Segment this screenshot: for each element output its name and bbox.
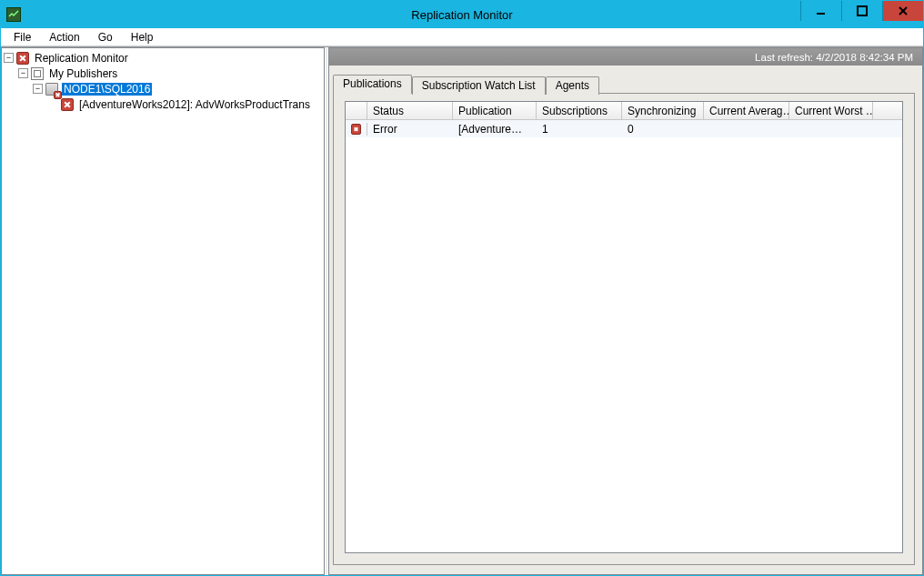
- content-wrap: Publications Subscription Watch List Age…: [328, 66, 923, 575]
- refresh-bar: Last refresh: 4/2/2018 8:42:34 PM: [328, 47, 923, 66]
- grid-row-error-icon: [346, 123, 367, 136]
- grid-header-synchronizing[interactable]: Synchronizing: [622, 102, 704, 119]
- menu-help[interactable]: Help: [124, 30, 161, 45]
- window-title: Replication Monitor: [1, 8, 923, 22]
- cell-synchronizing: 0: [622, 122, 704, 136]
- publication-error-icon: [60, 97, 75, 112]
- server-error-icon: [45, 82, 59, 96]
- tree: − Replication Monitor − My Publishers −: [2, 48, 324, 114]
- last-refresh-label: Last refresh: 4/2/2018 8:42:34 PM: [755, 52, 913, 63]
- menu-file[interactable]: File: [6, 30, 38, 45]
- expander-icon[interactable]: −: [4, 53, 14, 63]
- minimize-button[interactable]: [800, 1, 841, 21]
- cell-subscriptions: 1: [537, 122, 622, 136]
- tab-strip: Publications Subscription Watch List Age…: [333, 73, 915, 93]
- grid-header: Status Publication Subscriptions Synchro…: [346, 102, 902, 120]
- grid-header-publication[interactable]: Publication: [453, 102, 537, 119]
- app-icon: [6, 7, 21, 22]
- tree-label: My Publishers: [47, 67, 119, 80]
- tree-node-publication[interactable]: [AdventureWorks2012]: AdvWorksProductTra…: [2, 96, 324, 112]
- publications-grid[interactable]: Status Publication Subscriptions Synchro…: [345, 101, 903, 553]
- tree-label: Replication Monitor: [33, 52, 130, 65]
- cell-publication: [AdventureWo…: [453, 122, 537, 136]
- error-icon: [15, 51, 30, 66]
- grid-header-status[interactable]: Status: [367, 102, 453, 119]
- window-controls: [800, 1, 923, 28]
- publishers-icon: [30, 66, 45, 81]
- maximize-button[interactable]: [841, 1, 882, 21]
- title-bar[interactable]: Replication Monitor: [1, 1, 923, 28]
- tree-label: [AdventureWorks2012]: AdvWorksProductTra…: [77, 98, 312, 111]
- menu-go[interactable]: Go: [91, 30, 120, 45]
- cell-avg: [704, 128, 789, 130]
- grid-header-avg[interactable]: Current Averag…: [704, 102, 789, 119]
- close-button[interactable]: [882, 1, 923, 21]
- tree-node-publishers[interactable]: − My Publishers: [2, 66, 324, 81]
- svg-rect-0: [817, 13, 825, 15]
- grid-header-subscriptions[interactable]: Subscriptions: [537, 102, 622, 119]
- grid-header-rowselector[interactable]: [346, 102, 367, 119]
- tab-publications[interactable]: Publications: [333, 75, 412, 94]
- menu-action[interactable]: Action: [42, 30, 86, 45]
- grid-row[interactable]: Error [AdventureWo… 1 0: [346, 120, 902, 137]
- details-pane: Last refresh: 4/2/2018 8:42:34 PM Public…: [328, 47, 923, 575]
- grid-header-worst[interactable]: Current Worst …: [789, 102, 873, 119]
- tree-node-server[interactable]: − NODE1\SQL2016: [2, 81, 324, 96]
- menu-bar: File Action Go Help: [1, 28, 923, 46]
- tab-agents[interactable]: Agents: [546, 76, 599, 95]
- tree-label-selected: NODE1\SQL2016: [62, 83, 152, 96]
- app-window: Replication Monitor File Action Go Help: [0, 0, 924, 576]
- client-area: − Replication Monitor − My Publishers −: [1, 46, 923, 575]
- tab-body: Status Publication Subscriptions Synchro…: [333, 93, 915, 565]
- cell-worst: [789, 128, 873, 130]
- expander-icon[interactable]: −: [33, 84, 43, 94]
- cell-status: Error: [367, 122, 453, 136]
- tree-pane[interactable]: − Replication Monitor − My Publishers −: [1, 47, 325, 575]
- expander-icon[interactable]: −: [18, 68, 28, 78]
- svg-rect-1: [858, 6, 867, 15]
- tab-watch-list[interactable]: Subscription Watch List: [412, 76, 546, 95]
- tree-node-root[interactable]: − Replication Monitor: [2, 50, 324, 66]
